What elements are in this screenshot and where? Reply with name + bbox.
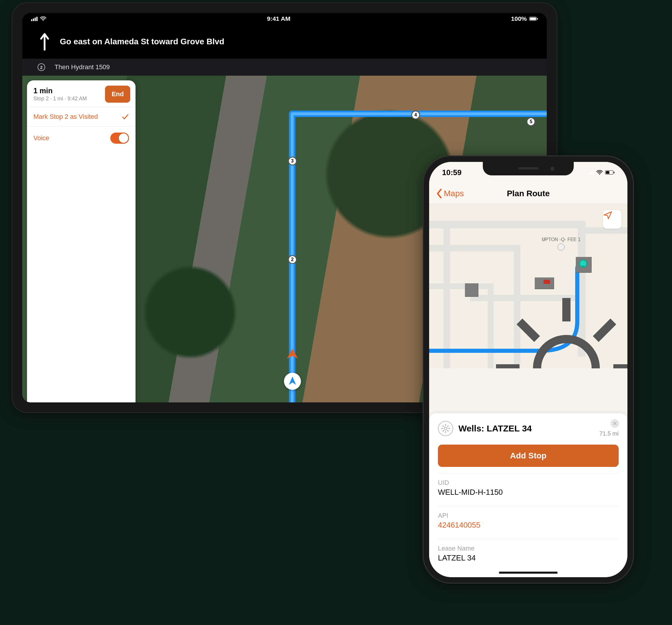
svg-point-4: [599, 174, 600, 174]
field-row: Lease Name LATZEL 34: [438, 539, 619, 566]
close-card-button[interactable]: ✕: [610, 419, 619, 428]
iphone-device-frame: 10:59 Maps Plan Route: [423, 155, 634, 584]
navigation-options-panel: 1 min Stop 2 · 1 mi · 9:42 AM End Mark S…: [27, 80, 136, 402]
battery-icon: [529, 17, 538, 21]
iphone-plan-route-map[interactable]: UPTON -Q- FEE 1: [429, 204, 627, 368]
wifi-icon: [596, 170, 603, 175]
svg-rect-3: [537, 18, 538, 20]
direction-next-text: Then Hydrant 1509: [54, 63, 110, 71]
eta-remaining: 1 min: [33, 87, 87, 95]
iphone-nav-bar: Maps Plan Route: [429, 183, 627, 204]
current-location-marker: [284, 373, 301, 390]
field-label: UID: [438, 479, 619, 486]
svg-rect-7: [614, 172, 615, 173]
svg-point-9: [543, 238, 545, 240]
svg-rect-2: [530, 18, 536, 20]
voice-toggle-row[interactable]: Voice: [27, 126, 136, 150]
back-button[interactable]: Maps: [436, 189, 464, 198]
svg-rect-6: [606, 171, 609, 174]
mark-visited-row[interactable]: Mark Stop 2 as Visited: [27, 107, 136, 126]
map-poi-label[interactable]: UPTON -Q- FEE 1: [542, 237, 580, 250]
step-number-badge: 2: [38, 63, 45, 71]
svg-point-10: [444, 427, 447, 430]
iphone-clock: 10:59: [442, 168, 462, 177]
ipad-status-bar: 9:41 AM 100%: [22, 13, 547, 25]
add-stop-button[interactable]: Add Stop: [438, 444, 619, 467]
locate-me-button[interactable]: [603, 210, 622, 229]
wifi-icon: [40, 17, 46, 21]
arrow-up-icon: [40, 33, 49, 50]
direction-primary-text: Go east on Alameda St toward Grove Blvd: [60, 37, 224, 46]
well-icon: [558, 243, 565, 250]
feature-details-card: Wells: LATZEL 34 ✕ 71.5 mi Add Stop UID …: [429, 413, 627, 577]
well-glyph-icon: [467, 286, 627, 368]
ipad-clock: 9:41 AM: [267, 15, 290, 22]
svg-point-0: [43, 20, 43, 21]
mark-visited-label: Mark Stop 2 as Visited: [33, 113, 98, 121]
iphone-screen: 10:59 Maps Plan Route: [429, 162, 627, 577]
field-label: API: [438, 512, 619, 520]
end-navigation-button[interactable]: End: [105, 86, 130, 103]
field-value: WELL-MID-H-1150: [438, 488, 619, 497]
voice-label: Voice: [33, 134, 49, 142]
well-icon: [438, 421, 453, 436]
svg-point-8: [537, 339, 596, 368]
field-value: LATZEL 34: [438, 553, 619, 562]
field-label: Lease Name: [438, 545, 619, 552]
waypoint-marker[interactable]: 5: [527, 117, 535, 126]
eta-details: Stop 2 · 1 mi · 9:42 AM: [33, 96, 87, 102]
waypoint-marker[interactable]: 3: [288, 157, 297, 165]
voice-toggle[interactable]: [110, 133, 129, 144]
back-label: Maps: [444, 189, 464, 198]
iphone-notch: [483, 162, 574, 175]
field-row: API 4246140055: [438, 506, 619, 533]
cellular-signal-icon: [31, 17, 38, 21]
heading-indicator-icon: [286, 349, 299, 367]
feature-title: Wells: LATZEL 34: [458, 424, 619, 433]
marker-shape: [544, 280, 550, 284]
waypoint-marker[interactable]: 2: [288, 255, 297, 264]
field-value[interactable]: 4246140055: [438, 521, 619, 530]
waypoint-marker[interactable]: 4: [411, 111, 420, 119]
battery-icon: [605, 170, 615, 174]
selected-feature-marker[interactable]: [579, 260, 587, 268]
navigation-next-step: 2 Then Hydrant 1509: [22, 59, 547, 76]
checkmark-icon: [121, 113, 129, 121]
battery-percentage: 100%: [511, 15, 527, 22]
field-row: UID WELL-MID-H-1150: [438, 473, 619, 500]
cellular-signal-icon: [587, 170, 594, 175]
home-indicator[interactable]: [499, 572, 558, 574]
navigation-direction-banner: Go east on Alameda St toward Grove Blvd: [22, 25, 547, 59]
